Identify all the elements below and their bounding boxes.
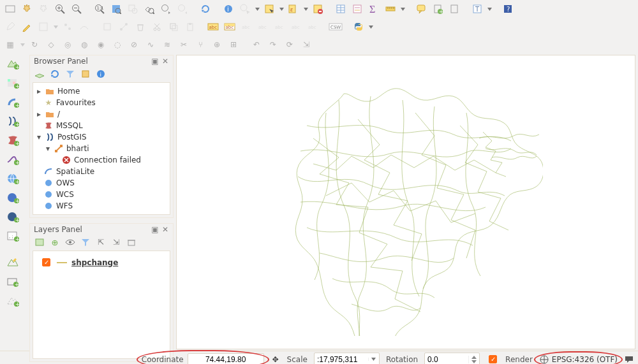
layer-row[interactable]: shpchange	[36, 254, 167, 271]
open-project-icon[interactable]	[3, 1, 18, 17]
zoom-in-icon[interactable]	[52, 1, 68, 17]
rotation-stepper-icon[interactable]	[468, 356, 479, 363]
panel-undock-icon[interactable]: ▣	[151, 226, 159, 233]
zoom-to-layer-icon[interactable]	[142, 1, 157, 17]
fill-ring-icon: ◉	[93, 37, 108, 52]
label-abc-icon[interactable]: abc	[205, 19, 221, 34]
csw-icon[interactable]: CSW	[328, 19, 343, 34]
scale-input[interactable]	[315, 354, 368, 365]
field-calculator-icon[interactable]	[350, 1, 365, 17]
pan-icon[interactable]	[19, 1, 34, 17]
add-vector-layer-icon[interactable]: +	[4, 56, 21, 71]
svg-rect-66	[189, 23, 191, 25]
add-wcs-icon[interactable]: +	[4, 190, 21, 205]
label-highlight-icon[interactable]: abc	[222, 19, 237, 34]
annotation-dropdown-icon[interactable]	[486, 2, 493, 16]
expand-all-icon[interactable]: ⇱	[95, 237, 107, 248]
crs-icon[interactable]	[539, 354, 549, 365]
add-db2-icon[interactable]: +	[4, 152, 21, 167]
add-layer-icon[interactable]	[34, 68, 45, 80]
show-bookmarks-icon[interactable]	[447, 1, 462, 17]
tree-spatialite[interactable]: SpatiaLite	[56, 167, 94, 176]
zoom-native-icon[interactable]: 1:1	[92, 1, 107, 17]
tree-ows[interactable]: OWS	[56, 178, 75, 187]
collapse-icon[interactable]: ▾	[36, 133, 42, 142]
select-features-icon[interactable]	[262, 1, 277, 17]
tree-favourites[interactable]: Favourites	[56, 98, 96, 107]
expand-icon[interactable]: ▸	[36, 110, 42, 119]
tree-postgis-conn[interactable]: bharti	[66, 144, 89, 153]
add-spatialite-icon[interactable]: +	[4, 94, 21, 110]
add-postgis-icon[interactable]: +	[4, 113, 21, 129]
filter-browser-icon[interactable]	[64, 68, 76, 80]
statistics-icon[interactable]: Σ	[366, 1, 382, 17]
add-raster-layer-icon[interactable]: +	[4, 75, 21, 91]
coordinate-input[interactable]	[188, 353, 264, 365]
tree-wcs[interactable]: WCS	[56, 190, 74, 199]
zoom-last-icon[interactable]	[158, 1, 174, 17]
tree-home[interactable]: Home	[57, 87, 80, 96]
add-delimited-text-icon[interactable]: , ;+	[4, 228, 21, 244]
rotation-input[interactable]	[425, 354, 468, 365]
select-by-expression-icon[interactable]: ε	[286, 1, 301, 17]
properties-icon[interactable]: i	[95, 68, 107, 80]
refresh-browser-icon[interactable]	[49, 68, 61, 80]
help-icon[interactable]: ?	[500, 1, 516, 17]
manage-visibility-icon[interactable]	[64, 237, 76, 248]
panel-undock-icon[interactable]: ▣	[151, 57, 159, 65]
crs-label[interactable]: EPSG:4326 (OTF)	[552, 355, 618, 364]
remove-layer-icon[interactable]	[126, 237, 137, 248]
new-virtual-layer-icon[interactable]: +	[4, 293, 21, 309]
identify-dropdown-icon[interactable]	[254, 2, 260, 16]
add-group-icon[interactable]: ⊕	[49, 237, 61, 248]
measure-dropdown-icon[interactable]	[399, 2, 406, 16]
add-mssql-icon[interactable]: +	[4, 133, 21, 148]
postgis-icon	[45, 132, 55, 142]
tree-root[interactable]: /	[57, 110, 60, 119]
map-canvas[interactable]	[176, 55, 635, 349]
tree-postgis[interactable]: PostGIS	[57, 133, 87, 142]
style-manager-icon[interactable]	[34, 237, 45, 248]
add-wms-icon[interactable]: +	[4, 171, 21, 186]
filter-legend-icon[interactable]	[80, 237, 91, 248]
select-expr-dropdown-icon[interactable]	[302, 2, 309, 16]
label-show-icon: abc	[255, 19, 271, 34]
pencil-icon[interactable]	[19, 19, 34, 34]
deselect-all-icon[interactable]	[310, 1, 325, 17]
python-dropdown-icon[interactable]	[367, 20, 374, 34]
map-tips-icon[interactable]	[413, 1, 429, 17]
text-annotation-icon[interactable]: T	[470, 1, 485, 17]
expand-icon[interactable]: ▸	[36, 87, 42, 96]
panel-close-icon[interactable]: ✕	[161, 226, 169, 233]
panel-close-icon[interactable]: ✕	[161, 57, 169, 65]
layer-visibility-checkbox[interactable]	[42, 258, 50, 266]
measure-icon[interactable]	[383, 1, 398, 17]
add-wfs-icon[interactable]: +	[4, 209, 21, 224]
new-shapefile-icon[interactable]	[4, 255, 21, 270]
collapse-icon[interactable]: ▾	[45, 144, 51, 153]
tree-wfs[interactable]: WFS	[56, 201, 73, 210]
collapse-all-icon[interactable]	[80, 68, 91, 80]
python-icon[interactable]	[351, 19, 366, 34]
toolbar-main-1: 1:1 i ε Σ + T ?	[0, 0, 638, 18]
messages-icon[interactable]	[624, 354, 634, 365]
zoom-out-icon[interactable]	[69, 1, 84, 17]
identify-icon[interactable]: i	[221, 1, 236, 17]
new-bookmark-icon[interactable]: +	[430, 1, 445, 17]
layer-name[interactable]: shpchange	[71, 258, 118, 267]
refresh-icon[interactable]	[198, 1, 213, 17]
zoom-full-icon[interactable]	[108, 1, 124, 17]
render-checkbox[interactable]	[489, 355, 497, 363]
collapse-all-icon[interactable]: ⇲	[110, 237, 122, 248]
rotation-spinner[interactable]	[424, 353, 480, 365]
new-geopackage-icon[interactable]: +	[4, 274, 21, 289]
select-features-dropdown-icon[interactable]	[278, 2, 285, 16]
scale-combo[interactable]	[314, 353, 380, 365]
scale-dropdown-icon[interactable]	[368, 358, 379, 361]
toggle-extents-icon[interactable]: ✥	[271, 354, 281, 365]
tree-wms[interactable]: WMS	[56, 213, 75, 215]
tree-mssql[interactable]: MSSQL	[56, 121, 83, 130]
crs-group[interactable]: EPSG:4326 (OTF)	[539, 354, 618, 365]
open-table-icon[interactable]	[333, 1, 348, 17]
identify-cursor-icon	[237, 1, 253, 17]
